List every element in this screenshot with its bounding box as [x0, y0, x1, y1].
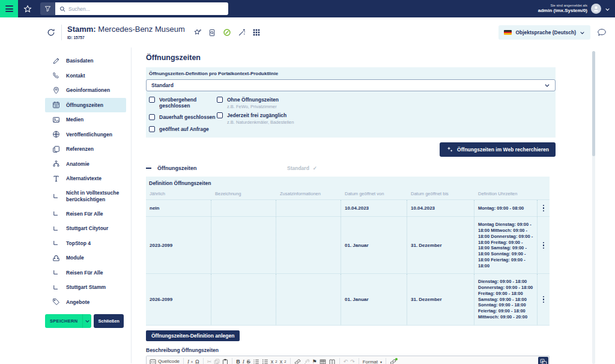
unlink-button[interactable] — [303, 359, 310, 364]
favorites-icon[interactable] — [23, 5, 32, 13]
collapse-icon[interactable] — [146, 168, 151, 169]
sidebar-item-anatomie[interactable]: Anatomie — [45, 157, 126, 172]
bulleted-list-button[interactable] — [262, 359, 268, 364]
checkbox[interactable] — [149, 114, 155, 120]
bold-button[interactable]: B — [236, 359, 240, 364]
checkbox[interactable] — [217, 97, 223, 103]
puzzle-icon — [52, 254, 60, 262]
undo-button[interactable]: ↶ — [344, 359, 348, 364]
cut-button[interactable]: ✂ — [207, 359, 212, 364]
menu-button[interactable] — [0, 0, 18, 17]
sidebar-item-alternativtexte[interactable]: Alternativtexte — [45, 171, 126, 186]
section-title: Öffnungszeiten — [146, 53, 556, 62]
chevron-down-icon — [580, 30, 585, 35]
definition-select[interactable]: Standard — [146, 79, 556, 91]
sidebar-item-referenzen[interactable]: Referenzen — [45, 142, 126, 157]
tag-icon — [52, 298, 60, 306]
scrollbar-thumb[interactable] — [592, 51, 595, 156]
sidebar-item-label: Kontakt — [66, 73, 85, 79]
object-language-selector[interactable]: Objektsprache (Deutsch) — [498, 25, 590, 40]
italic-button[interactable]: I — [243, 359, 244, 364]
close-button[interactable]: Schließen — [94, 314, 123, 328]
text-icon — [52, 175, 60, 183]
sidebar-item-basisdaten[interactable]: Basisdaten — [45, 53, 126, 68]
special-char-button[interactable]: Ω — [195, 359, 199, 364]
translate-icon: Aa — [540, 359, 547, 364]
format-label: Format — [363, 359, 378, 364]
sidebar-item-reisen-fuer-alle[interactable]: Reisen Für Alle — [45, 207, 126, 222]
toolbar-separator — [359, 358, 359, 364]
vertical-scrollbar[interactable] — [592, 51, 595, 364]
sidebar-item-topstop4[interactable]: TopStop 4 — [45, 236, 126, 251]
language-label: Objektsprache (Deutsch) — [515, 29, 576, 35]
add-definition-button[interactable]: Öffnungszeiten-Definition anlegen — [146, 330, 240, 341]
search-filter-icon[interactable] — [40, 2, 55, 15]
strikethrough-button[interactable]: S — [247, 359, 250, 364]
favorite-edit-icon[interactable] — [193, 28, 202, 37]
checkbox[interactable] — [217, 112, 223, 118]
document-search-icon[interactable] — [208, 29, 216, 37]
numbered-list-button[interactable] — [253, 359, 259, 364]
sub-branch-icon — [52, 269, 60, 276]
table-row-2-actions-menu[interactable] — [538, 217, 550, 274]
search-input[interactable] — [68, 6, 224, 12]
book-icon — [329, 359, 336, 364]
flag-ohne-oeffnungszeiten[interactable]: Ohne Öffnungszeiten — [217, 97, 294, 103]
comment-icon[interactable] — [597, 28, 607, 37]
table-row-1-actions-menu[interactable] — [538, 200, 550, 217]
main-content: Öffnungszeiten Öffnungszeiten-Definition… — [146, 47, 556, 364]
table-button[interactable] — [320, 359, 326, 364]
toolbar-separator — [203, 358, 204, 364]
sidebar-item-stuttgart-stamm[interactable]: Stuttgart Stamm — [45, 280, 126, 295]
save-button[interactable]: SPEICHERN — [45, 314, 82, 328]
table-row-3-actions-menu[interactable] — [538, 274, 550, 325]
status-flags: Vorübergehend geschlossen Dauerhaft gesc… — [146, 97, 556, 132]
sidebar-item-label: Geoinformationen — [66, 87, 110, 93]
sidebar-item-angebote[interactable]: Angebote — [45, 295, 126, 310]
sidebar-item-medien[interactable]: Medien — [45, 112, 126, 127]
sidebar-item-volltextsuche[interactable]: Nicht in Volltextsuche berücksichtigen — [45, 186, 126, 207]
flag-voruebergehend-geschlossen[interactable]: Vorübergehend geschlossen — [149, 97, 217, 109]
user-menu[interactable]: Sie sind angemeldet als admin (imx.Syste… — [538, 0, 610, 17]
flag-dauerhaft-geschlossen[interactable]: Dauerhaft geschlossen — [149, 114, 217, 120]
col-header-actions — [538, 189, 550, 200]
sidebar-item-stuttgart-citytour[interactable]: Stuttgart Citytour — [45, 221, 126, 236]
checkbox[interactable] — [149, 97, 155, 103]
superscript-button[interactable]: x2 — [280, 359, 286, 364]
checkbox[interactable] — [149, 126, 155, 132]
sidebar-item-kontakt[interactable]: Kontakt — [45, 68, 126, 83]
web-research-button[interactable]: Öffnungszeiten im Web recherchieren — [440, 142, 556, 157]
sidebar-item-module[interactable]: Module — [45, 250, 126, 265]
magic-wand-icon[interactable] — [238, 28, 246, 37]
spellcheck-button[interactable] — [329, 359, 336, 364]
sidebar-item-veroeffentlichungen[interactable]: Veröffentlichungen — [45, 127, 126, 142]
table-row-3-zusatz — [276, 274, 341, 325]
link-check-button[interactable] — [390, 359, 396, 364]
sidebar-item-geoinformationen[interactable]: Geoinformationen — [45, 83, 126, 98]
anchor-button[interactable]: ⚑ — [312, 359, 317, 364]
link-button[interactable] — [294, 359, 301, 364]
refresh-icon[interactable] — [47, 28, 55, 37]
apps-grid-icon[interactable] — [253, 29, 260, 36]
chevron-down-icon — [605, 4, 610, 14]
copy-icon — [214, 359, 220, 364]
format-dropdown[interactable]: Format ▾ — [363, 359, 382, 364]
sidebar-item-reisen-fuer-alle-2[interactable]: Reisen Für Alle — [45, 265, 126, 281]
remove-format-button[interactable]: Ix — [187, 359, 193, 364]
paste-button[interactable] — [222, 359, 228, 364]
map-pin-icon — [52, 86, 60, 94]
opening-hours-accordion[interactable]: Öffnungszeiten Standard ✓ — [146, 163, 556, 174]
sidebar-item-oeffnungszeiten[interactable]: Öffnungszeiten — [45, 98, 126, 113]
save-options-chevron[interactable] — [82, 314, 91, 328]
sidebar-item-label: Stuttgart Stamm — [66, 284, 106, 290]
flag-geoeffnet-auf-anfrage[interactable]: geöffnet auf Anfrage — [149, 126, 217, 132]
redo-button[interactable]: ↷ — [350, 359, 355, 364]
copy-button[interactable] — [214, 359, 220, 364]
source-code-button[interactable]: Quellcode — [150, 359, 180, 364]
translate-button[interactable]: Aa — [538, 357, 548, 364]
subscript-button[interactable]: x2 — [271, 359, 277, 364]
outdooractive-ring-icon[interactable] — [223, 28, 231, 37]
object-type-label: Stamm: — [67, 25, 96, 34]
col-header-datum-bis: Datum geöffnet bis — [407, 189, 474, 200]
flag-jederzeit-frei-zugaenglich[interactable]: Jederzeit frei zugänglich — [217, 112, 294, 118]
